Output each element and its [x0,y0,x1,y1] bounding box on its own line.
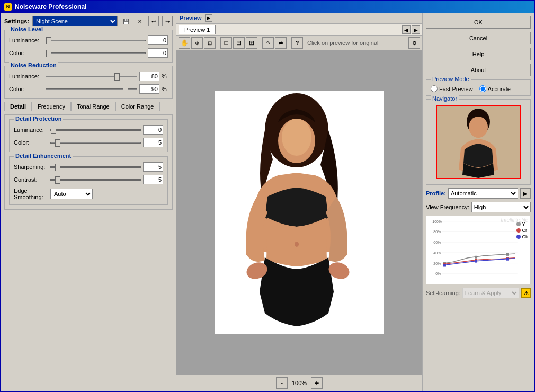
reduction-luminance-input[interactable] [139,72,159,81]
redo-settings-button[interactable]: ↪ [162,16,173,26]
navigator-svg [437,106,520,178]
edge-row: Edge Smoothing: Auto Low Medium High [14,188,163,200]
preview-mode-box: Preview Mode Fast Preview Accurate [426,79,531,96]
square-tool-button[interactable]: □ [220,37,232,49]
detail-prot-luminance-input[interactable] [143,125,163,135]
settings-row: Settings: Night Scene Default Custom 💾 ✕… [4,16,173,26]
detail-prot-luminance-label: Luminance: [14,127,48,133]
noise-level-title: Noise Level [9,26,44,32]
svg-rect-23 [475,256,477,259]
navigator-image[interactable] [436,105,521,179]
chart-svg: 100% 80% 60% 40% 20% 0% [426,216,530,284]
toolbar-separator-3 [289,38,289,48]
settings-select[interactable]: Night Scene Default Custom [32,16,118,26]
contrast-slider[interactable] [50,176,141,183]
legend-y-label: Y [522,221,525,227]
detail-prot-luminance-slider[interactable] [50,126,141,133]
flip-button[interactable]: ⇄ [275,37,287,49]
preview-mode-title: Preview Mode [431,76,471,82]
svg-text:60%: 60% [433,240,441,244]
save-settings-button[interactable]: 💾 [121,16,131,26]
preview-settings-button[interactable]: ⚙ [408,37,420,49]
svg-rect-30 [506,258,509,261]
tab-color-range[interactable]: Color Range [115,102,160,111]
content-area: Settings: Night Scene Default Custom 💾 ✕… [1,13,534,391]
contrast-input[interactable] [143,175,163,184]
reduction-color-input[interactable] [139,84,159,94]
noise-luminance-input[interactable] [148,35,168,45]
noise-level-group: Noise Level Luminance: Color: [4,30,173,63]
legend-cb: Cb [516,234,528,239]
svg-text:80%: 80% [433,230,441,234]
tab-tonal-range[interactable]: Tonal Range [71,102,115,111]
sharpening-input[interactable] [143,162,163,172]
legend-cr: Cr [516,228,528,233]
profile-label: Profile: [426,190,446,197]
chart-area: IntelliProfile Y Cr Cb [426,216,531,284]
zoom-tool-button[interactable]: ⊕ [191,37,203,49]
noise-color-slider[interactable] [46,49,146,57]
profile-play-button[interactable]: ▶ [520,188,531,199]
preview-canvas[interactable] [176,50,422,375]
right-panel: OK Cancel Help About Preview Mode Fast P… [423,13,534,391]
ok-button[interactable]: OK [426,16,531,29]
edge-label: Edge Smoothing: [14,188,48,200]
reduction-luminance-label: Luminance: [9,73,43,79]
accurate-radio[interactable] [479,85,486,92]
fast-preview-option[interactable]: Fast Preview [431,85,473,92]
reduction-color-row: Color: % [9,84,168,94]
reduction-color-label: Color: [9,86,43,92]
split-v-button[interactable]: ⊞ [246,37,257,49]
tab-frequency[interactable]: Frequency [32,102,71,111]
preview-tab-1[interactable]: Preview 1 [179,25,216,34]
detail-prot-luminance-row: Luminance: [14,125,163,135]
rotate-button[interactable]: ↷ [262,37,274,49]
preview-header: Preview ▶ [176,13,422,24]
window-title: Noiseware Professional [15,3,86,11]
detail-protection-title: Detail Protection [14,115,63,122]
preview-next-button[interactable]: ▶ [412,25,420,34]
fast-preview-radio[interactable] [431,85,438,92]
preview-title: Preview [180,15,202,21]
preview-prev-button[interactable]: ◀ [402,25,411,34]
reduction-color-percent: % [162,86,168,92]
reduction-luminance-slider[interactable] [46,73,137,80]
zoom-in-button[interactable]: + [311,377,323,389]
profile-select[interactable]: Automatic Custom [448,188,518,199]
preview-image-container[interactable] [215,91,384,334]
zoom-out-button[interactable]: - [276,377,288,389]
split-h-button[interactable]: ⊟ [233,37,245,49]
contrast-label: Contrast: [14,176,48,183]
tab-detail[interactable]: Detail [4,102,32,111]
detail-enhancement-title: Detail Enhancement [14,153,73,159]
noise-color-input[interactable] [148,48,168,58]
about-button[interactable]: About [426,64,531,76]
accurate-option[interactable]: Accurate [479,85,511,92]
select-tool-button[interactable]: ⊡ [204,37,216,49]
detail-prot-color-input[interactable] [143,138,163,147]
chart-legend: Y Cr Cb [516,221,528,239]
detail-prot-color-label: Color: [14,139,48,146]
undo-settings-button[interactable]: ↩ [148,16,159,26]
edge-select[interactable]: Auto Low Medium High [50,189,93,199]
preview-hint: Click on preview for original [307,40,379,46]
preview-footer: - 100% + [176,375,422,391]
detail-prot-color-slider[interactable] [50,139,141,146]
preview-play-button[interactable]: ▶ [205,14,212,22]
freq-select[interactable]: High Medium Low [471,202,531,212]
help-button[interactable]: ? [291,37,303,49]
help-button[interactable]: Help [426,48,531,60]
cancel-button[interactable]: Cancel [426,32,531,44]
legend-y-dot [516,222,521,226]
noise-luminance-slider[interactable] [46,37,146,44]
svg-text:40%: 40% [433,251,441,255]
sharpening-slider[interactable] [50,163,141,171]
reduction-color-slider[interactable] [46,85,137,93]
svg-text:100%: 100% [432,220,442,224]
title-bar: N Noiseware Professional [1,1,534,13]
contrast-row: Contrast: [14,175,163,184]
preview-nav: ◀ ▶ [402,25,420,34]
delete-settings-button[interactable]: ✕ [135,16,145,26]
hand-tool-button[interactable]: ✋ [179,37,190,49]
middle-panel: Preview ▶ Preview 1 ◀ ▶ ✋ ⊕ ⊡ □ ⊟ ⊞ [176,13,423,391]
